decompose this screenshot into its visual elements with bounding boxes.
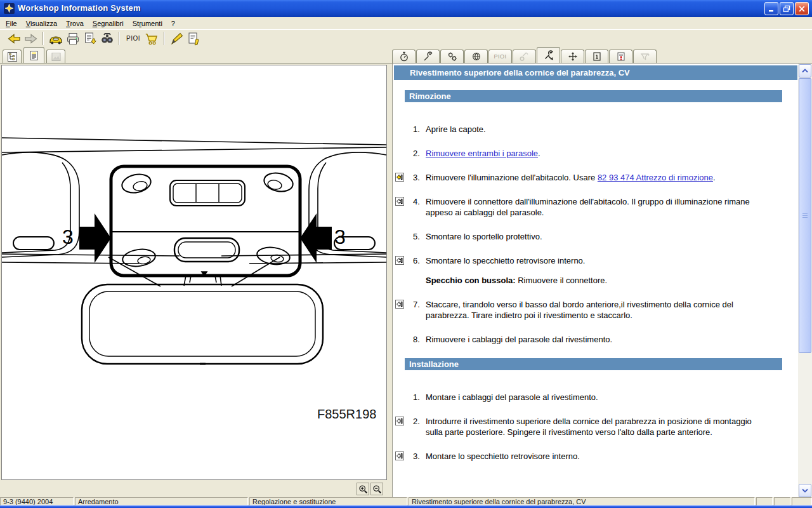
menu-file[interactable]: File <box>1 18 22 29</box>
menu-segnalibri[interactable]: Segnalibri <box>88 18 128 29</box>
wrench-screwdriver-icon <box>543 50 554 61</box>
tool-tab-globe[interactable] <box>464 50 488 63</box>
image-view-icon <box>51 51 62 62</box>
wrench-icon <box>422 51 434 62</box>
print-button[interactable] <box>64 30 81 47</box>
restore-button[interactable] <box>780 2 794 15</box>
step: 6. Smontare lo specchietto retrovisore i… <box>393 255 782 286</box>
close-button[interactable] <box>795 2 809 15</box>
globe-icon <box>471 51 482 62</box>
section-heading-rimozione: Rimozione <box>405 90 782 102</box>
tab-image-view[interactable] <box>46 50 65 63</box>
figure-canvas[interactable]: 3 3 F855R198 <box>1 65 387 480</box>
annotate-button[interactable] <box>185 30 202 47</box>
menu-bar: File Visualizza Trova Segnalibri Strumen… <box>0 17 812 29</box>
menu-help[interactable]: ? <box>167 18 180 29</box>
zoom-out-button[interactable] <box>370 483 383 495</box>
status-extra-1 <box>756 497 773 505</box>
viewer-toolbar <box>0 481 388 497</box>
gears-icon <box>447 51 458 62</box>
tab-tree-view[interactable] <box>3 50 22 63</box>
view-tab-row: PIOI <box>0 47 812 63</box>
document-view-icon <box>29 50 39 61</box>
printer-icon <box>65 31 81 46</box>
status-bar: 9-3 (9440) 2004 Arredamento Regolazione … <box>0 497 812 505</box>
scrollbar-thumb[interactable] <box>799 78 811 353</box>
tool-tab-page-one[interactable] <box>585 50 608 63</box>
content-area: 3 3 F855R198 Rivestimento superiore dell… <box>0 63 812 498</box>
scroll-up-button[interactable] <box>799 64 811 77</box>
menu-trova[interactable]: Trova <box>62 18 88 29</box>
toolbar-separator <box>164 32 165 45</box>
figure-link-icon[interactable] <box>395 173 404 182</box>
step: 2. Rimuovere entrambi i parasole. <box>393 148 782 159</box>
scroll-down-button[interactable] <box>799 484 811 497</box>
status-extra-2 <box>774 497 790 505</box>
main-toolbar: PIOI <box>0 29 812 47</box>
highlighter-icon <box>169 31 185 46</box>
status-extra-3 <box>792 497 812 505</box>
search-button[interactable] <box>98 30 115 47</box>
document-download-icon <box>82 31 98 46</box>
step: 3. Montare lo specchietto retrovisore in… <box>393 451 782 462</box>
parts-trolley-button[interactable] <box>143 30 160 47</box>
zoom-in-button[interactable] <box>357 483 369 495</box>
tool-tab-funnel[interactable] <box>633 50 657 63</box>
installazione-steps: 1. Montare i cablaggi del parasole al ri… <box>393 370 798 462</box>
tool-tab-move[interactable] <box>561 50 584 63</box>
tool-tab-wrench[interactable] <box>416 50 440 63</box>
menu-visualizza[interactable]: Visualizza <box>22 18 62 29</box>
figure-link-icon[interactable] <box>395 417 404 425</box>
back-button[interactable] <box>5 30 22 47</box>
vertical-scrollbar[interactable] <box>798 64 812 498</box>
status-document: Rivestimento superiore della cornice del… <box>409 497 755 505</box>
step: 1. Aprire la capote. <box>393 124 782 135</box>
window-title: Workshop Information System <box>18 3 141 13</box>
tool-tab-important-note[interactable] <box>609 50 632 63</box>
save-document-button[interactable] <box>81 30 98 47</box>
procedure-article: Rimozione 1. Aprire la capote. 2. Rimuov… <box>393 80 798 498</box>
step: 1. Montare i cablaggi del parasole al ri… <box>393 392 782 403</box>
taskbar-edge <box>0 505 812 508</box>
tool-tab-pioi[interactable]: PIOI <box>488 50 512 63</box>
toolbar-separator <box>43 32 44 45</box>
tool-tab-stopwatch[interactable] <box>392 50 416 63</box>
step: 5. Smontare lo sportello protettivo. <box>393 231 782 242</box>
forward-button[interactable] <box>22 30 39 47</box>
highlight-button[interactable] <box>168 30 185 47</box>
step: 4. Rimuovere il connettore dall'illumina… <box>393 196 782 218</box>
figure-link-icon[interactable] <box>395 197 404 206</box>
trolley-icon <box>145 31 160 46</box>
step: 3. Rimuovere l'illuminazione dell'abitac… <box>393 172 782 183</box>
procedure-link[interactable]: Rimuovere entrambi i parasole <box>426 149 538 158</box>
forward-icon <box>23 31 39 46</box>
procedure-title: Rivestimento superiore della cornice del… <box>394 65 797 80</box>
menu-strumenti[interactable]: Strumenti <box>128 18 167 29</box>
tool-tab-tools-selected[interactable] <box>537 47 560 63</box>
thermometer-icon <box>519 51 530 62</box>
status-category: Regolazione e sostituzione <box>249 497 407 505</box>
tool-link[interactable]: 82 93 474 Attrezzo di rimozione <box>598 173 713 182</box>
document-warning-icon <box>615 51 627 62</box>
funnel-icon <box>639 51 651 62</box>
tab-document-view[interactable] <box>23 47 44 63</box>
pioi-button[interactable]: PIOI <box>123 30 143 47</box>
callout-label-right: 3 <box>334 225 346 248</box>
status-vehicle: 9-3 (9440) 2004 <box>0 497 74 505</box>
tool-tab-gears[interactable] <box>440 50 464 63</box>
vehicle-button[interactable] <box>47 30 64 47</box>
page-one-icon <box>591 51 603 62</box>
minimize-button[interactable] <box>764 2 778 15</box>
rimozione-steps: 1. Aprire la capote. 2. Rimuovere entram… <box>393 102 798 345</box>
callout-label-left: 3 <box>62 225 74 248</box>
title-bar[interactable]: Workshop Information System <box>0 0 812 17</box>
car-icon <box>48 31 63 46</box>
tool-tab-thermometer[interactable] <box>513 50 536 63</box>
figure-link-icon[interactable] <box>395 256 404 265</box>
status-group: Arredamento <box>75 497 248 505</box>
note-edit-icon <box>187 31 202 46</box>
callout-arrow-right <box>300 213 332 263</box>
mirror-compass-note: Specchio con bussola: Rimuovere il conne… <box>426 275 768 286</box>
figure-link-icon[interactable] <box>395 300 404 309</box>
figure-link-icon[interactable] <box>395 451 404 460</box>
